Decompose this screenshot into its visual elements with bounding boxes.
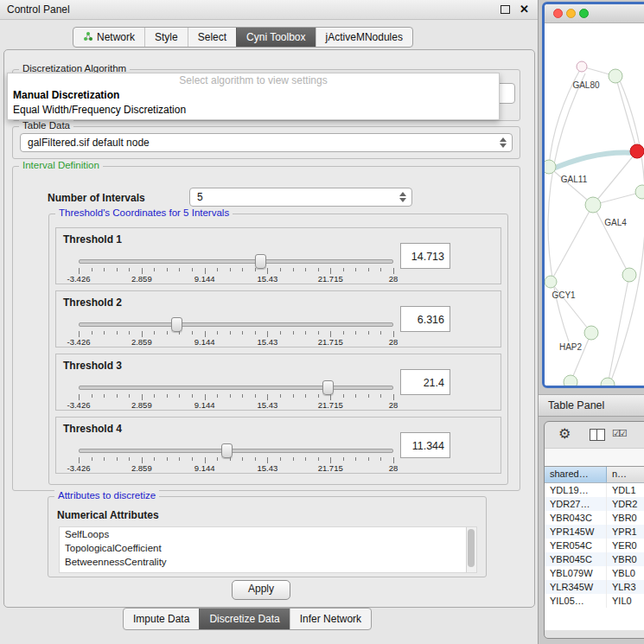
threshold-4-slider[interactable] <box>79 443 393 457</box>
tick-label: 21.715 <box>318 400 343 410</box>
table-row[interactable]: YDL19…YDL1 <box>545 483 644 497</box>
list-scrollbar[interactable] <box>466 527 476 572</box>
slider-tick-labels: -3.4262.8599.14415.4321.71528 <box>79 274 393 284</box>
tick-mark <box>267 331 268 337</box>
threshold-2-slider[interactable] <box>79 317 393 331</box>
minimize-window-icon[interactable] <box>566 9 576 18</box>
network-canvas[interactable]: GAL80 GAL11 GAL4 GCY1 HAP2 <box>545 23 644 386</box>
network-node[interactable] <box>585 197 601 213</box>
threshold-4-value-field[interactable]: 11.344 <box>400 432 450 458</box>
table-panel-header[interactable]: Table Panel <box>539 394 644 417</box>
slider-track[interactable] <box>79 386 393 390</box>
attributes-group: Attributes to discretize Numerical Attri… <box>48 496 487 577</box>
slider-thumb[interactable] <box>255 254 266 269</box>
tick-label: 15.43 <box>258 337 278 347</box>
tab-style[interactable]: Style <box>144 28 188 47</box>
close-icon[interactable]: ✕ <box>520 3 529 15</box>
tab-cyni-toolbox[interactable]: Cyni Toolbox <box>236 28 315 47</box>
table-cell: YIL05… <box>545 594 607 608</box>
threshold-1-value-field[interactable]: 14.713 <box>400 243 450 269</box>
window-title: Control Panel <box>7 3 70 16</box>
close-window-icon[interactable] <box>553 9 563 18</box>
tick-mark <box>343 331 344 335</box>
dropdown-arrows-icon[interactable] <box>399 192 407 202</box>
network-view-window: GAL80 GAL11 GAL4 GCY1 HAP2 <box>542 2 644 388</box>
tab-select[interactable]: Select <box>188 28 236 47</box>
threshold-2-value-field[interactable]: 6.316 <box>400 306 450 332</box>
table-cell: YDL19… <box>545 483 607 497</box>
network-node[interactable] <box>577 61 587 72</box>
float-window-icon[interactable] <box>501 5 510 14</box>
slider-thumb[interactable] <box>171 317 182 332</box>
threshold-2-block: Threshold 2 -3.4262.8599.14415.4321.7152… <box>55 290 501 348</box>
tick-mark <box>92 394 92 398</box>
select-columns-icon[interactable]: ☑☑ <box>612 428 626 439</box>
slider-track[interactable] <box>79 322 393 327</box>
tab-impute-data[interactable]: Impute Data <box>124 609 199 629</box>
popup-item-equal-width[interactable]: Equal Width/Frequency Discretization <box>8 103 499 118</box>
threshold-1-slider[interactable] <box>79 254 393 268</box>
network-node[interactable] <box>545 276 557 288</box>
dropdown-arrows-icon[interactable] <box>500 137 507 148</box>
slider-tick-labels: -3.4262.8599.14415.4321.71528 <box>79 463 393 473</box>
attribute-list-item[interactable]: SelfLoops <box>60 527 476 541</box>
table-row[interactable]: YIL05…YIL0 <box>545 594 644 608</box>
table-row[interactable]: YPR145WYPR1 <box>545 525 644 539</box>
table-row[interactable]: YBR045CYBR0 <box>545 552 644 566</box>
num-intervals-dropdown[interactable]: 5 <box>189 188 412 207</box>
table-row[interactable]: YER054CYER0 <box>545 539 644 552</box>
threshold-3-value-field[interactable]: 21.4 <box>400 369 450 395</box>
tab-label: Impute Data <box>133 613 189 625</box>
network-node[interactable] <box>564 375 577 386</box>
column-header-name[interactable]: n… <box>607 467 644 482</box>
tick-mark <box>217 457 218 461</box>
slider-thumb[interactable] <box>322 380 334 395</box>
tab-infer-network[interactable]: Infer Network <box>290 609 371 629</box>
network-node-selected[interactable] <box>630 144 644 158</box>
network-node[interactable] <box>601 378 615 386</box>
tick-mark <box>79 457 80 463</box>
network-node[interactable] <box>545 160 556 174</box>
table-cell: YBL0 <box>607 566 644 580</box>
tick-mark <box>368 457 369 461</box>
thresholds-group: Threshold's Coordinates for 5 Intervals … <box>48 214 508 485</box>
tick-mark <box>154 394 155 398</box>
popup-item-manual-discretization[interactable]: Manual Discretization <box>8 88 499 103</box>
network-node[interactable] <box>609 69 622 83</box>
tick-mark <box>117 394 118 398</box>
table-data-dropdown[interactable]: galFiltered.sif default node <box>20 133 513 152</box>
node-label: HAP2 <box>559 342 583 352</box>
tab-discretize-data[interactable]: Discretize Data <box>199 609 289 629</box>
slider-track[interactable] <box>79 259 393 264</box>
tab-jactivemnodules[interactable]: jActiveMNodules <box>316 28 412 47</box>
table-row[interactable]: YBR043CYBR0 <box>545 511 644 525</box>
attribute-list-item[interactable]: BetweennessCentrality <box>60 555 476 569</box>
control-panel-titlebar[interactable]: Control Panel ✕ <box>0 0 538 20</box>
gear-icon[interactable]: ⚙ <box>558 426 571 442</box>
apply-button[interactable]: Apply <box>232 580 290 600</box>
attributes-listbox[interactable]: SelfLoopsTopologicalCoefficientBetweenne… <box>59 526 477 573</box>
columns-icon[interactable] <box>590 429 605 441</box>
slider-thumb[interactable] <box>221 443 233 458</box>
tick-mark <box>343 457 344 461</box>
zoom-window-icon[interactable] <box>579 9 589 18</box>
network-node[interactable] <box>622 268 636 282</box>
tab-network[interactable]: Network <box>73 28 144 47</box>
table-row[interactable]: YLR345WYLR3 <box>545 580 644 594</box>
threshold-1-label: Threshold 1 <box>63 233 122 245</box>
tick-mark <box>242 268 243 271</box>
threshold-1-block: Threshold 1 -3.4262.8599.14415.4321.7152… <box>55 227 501 284</box>
network-node[interactable] <box>584 326 598 340</box>
tick-mark <box>305 331 306 335</box>
slider-track[interactable] <box>79 449 393 453</box>
column-header-shared-name[interactable]: shared… <box>545 467 607 482</box>
table-row[interactable]: YBL079WYBL0 <box>545 566 644 580</box>
scrollbar-thumb[interactable] <box>468 529 475 567</box>
network-window-titlebar[interactable] <box>545 4 644 23</box>
thresholds-group-label: Threshold's Coordinates for 5 Intervals <box>55 207 233 218</box>
tick-mark <box>280 268 281 271</box>
threshold-3-slider[interactable] <box>79 380 393 394</box>
network-node[interactable] <box>635 185 644 199</box>
table-row[interactable]: YDR27…YDR2 <box>545 497 644 511</box>
attribute-list-item[interactable]: TopologicalCoefficient <box>60 541 476 555</box>
